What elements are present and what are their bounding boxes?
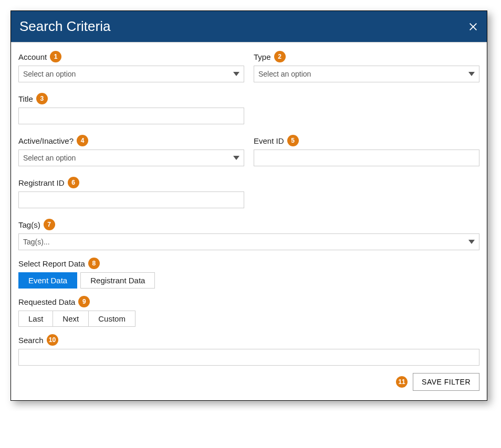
report-data-label: Select Report Data (18, 259, 85, 268)
search-criteria-modal: Search Criteria Account 1 Select an opti… (11, 10, 487, 401)
active-select[interactable]: Select an option (18, 150, 244, 166)
registrant-id-input[interactable] (18, 191, 244, 208)
tags-select[interactable]: Tag(s)... (18, 233, 479, 250)
custom-button[interactable]: Custom (88, 311, 135, 327)
footer-row: 11 SAVE FILTER (18, 373, 479, 391)
registrant-id-label: Registrant ID (18, 178, 65, 187)
active-label: Active/Inactive? (18, 136, 74, 145)
annotation-badge-4: 4 (77, 135, 88, 146)
title-input[interactable] (18, 108, 244, 124)
annotation-badge-9: 9 (78, 296, 90, 307)
last-button[interactable]: Last (18, 311, 53, 327)
event-data-button[interactable]: Event Data (18, 272, 77, 289)
requested-data-group: Last Next Custom (18, 311, 135, 327)
registrant-data-button[interactable]: Registrant Data (80, 272, 155, 289)
annotation-badge-6: 6 (68, 177, 79, 188)
close-icon (469, 23, 477, 31)
modal-header: Search Criteria (11, 11, 487, 42)
type-label: Type (254, 52, 271, 61)
save-filter-button[interactable]: SAVE FILTER (413, 373, 479, 391)
close-button[interactable] (468, 22, 478, 32)
account-select[interactable]: Select an option (18, 66, 244, 82)
account-label: Account (18, 52, 47, 61)
search-input[interactable] (18, 349, 479, 366)
annotation-badge-8: 8 (88, 258, 100, 269)
event-id-label: Event ID (254, 136, 284, 145)
modal-body: Account 1 Select an option Type 2 Select… (11, 42, 487, 400)
annotation-badge-7: 7 (44, 219, 55, 230)
modal-title: Search Criteria (19, 18, 110, 35)
annotation-badge-10: 10 (47, 334, 58, 346)
requested-data-label: Requested Data (18, 297, 75, 306)
annotation-badge-2: 2 (274, 51, 286, 62)
type-select[interactable]: Select an option (254, 66, 479, 82)
title-label: Title (18, 94, 33, 103)
annotation-badge-11: 11 (396, 376, 408, 388)
annotation-badge-3: 3 (36, 93, 48, 104)
tags-label: Tag(s) (18, 220, 40, 229)
annotation-badge-5: 5 (287, 135, 299, 146)
annotation-badge-1: 1 (50, 51, 61, 62)
search-label: Search (18, 336, 44, 345)
event-id-input[interactable] (254, 150, 479, 166)
next-button[interactable]: Next (53, 311, 89, 327)
report-data-group: Event Data Registrant Data (18, 272, 155, 289)
